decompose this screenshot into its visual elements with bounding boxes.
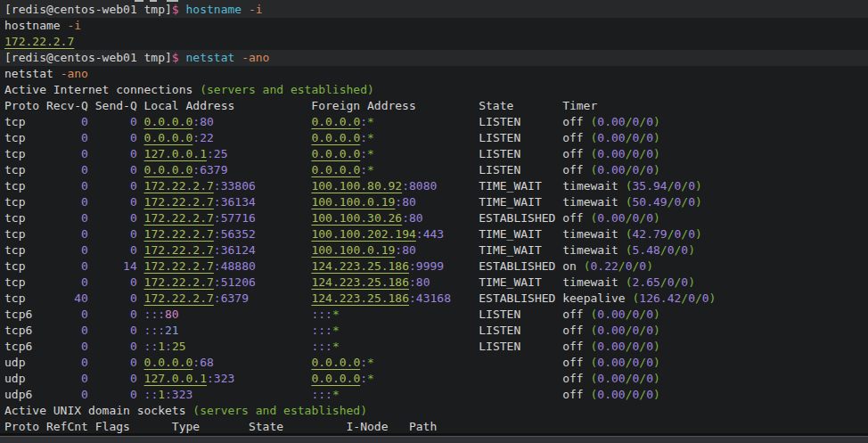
- internet-connections-heading: Active Internet connections (servers and…: [0, 82, 868, 98]
- conn-row-tcp6-80: tcp6 0 0 :::80 :::* LISTEN off (0.00/0/0…: [0, 307, 868, 323]
- foreign-ip: 100.100.202.194: [311, 227, 415, 241]
- text-segment: /: [626, 147, 633, 160]
- text-segment: [88, 195, 130, 209]
- local-ip: 172.22.2.7: [144, 227, 214, 241]
- timer-mode: off: [562, 388, 583, 401]
- proto: tcp6: [4, 324, 32, 337]
- text-segment: 0: [646, 115, 653, 128]
- text-segment: [179, 308, 312, 321]
- proto: tcp: [4, 243, 25, 257]
- text-segment: 42.79: [633, 227, 667, 241]
- recv-q: 0: [81, 259, 88, 273]
- text-segment: [137, 131, 144, 144]
- text-segment: /: [639, 308, 646, 321]
- state: TIME_WAIT: [479, 275, 541, 289]
- local-port: 80: [165, 308, 179, 321]
- local-ip: 0.0.0.0: [144, 356, 193, 369]
- foreign-ip: 124.223.25.186: [311, 259, 409, 273]
- unix-sockets-heading: Active UNIX domain sockets (servers and …: [0, 403, 868, 419]
- text-segment: [32, 324, 81, 337]
- foreign-ip: :::: [311, 308, 332, 321]
- text-segment: [340, 308, 479, 321]
- text-segment: ): [653, 388, 660, 401]
- text-segment: [340, 340, 479, 353]
- prompt-line-netstat: [redis@centos-web01 tmp]$ netstat -ano: [0, 50, 868, 66]
- local-ip: 172.22.2.7: [144, 259, 214, 273]
- text-segment: 0.00: [597, 131, 625, 144]
- timer-mode: timewait: [562, 275, 618, 289]
- text-segment: [584, 163, 591, 176]
- state: TIME_WAIT: [479, 227, 541, 241]
- text-segment: [25, 356, 81, 369]
- foreign-ip: :::: [311, 324, 332, 337]
- text-segment: [228, 147, 312, 160]
- terminal-output[interactable]: [redis@centos-web01 tmp]$ hostname -ihos…: [0, 2, 868, 435]
- command-arg: -ano: [242, 51, 269, 64]
- text-segment: :: [360, 147, 367, 160]
- conn-row-udp-323: udp 0 0 127.0.0.1:323 0.0.0.0:* off (0.0…: [0, 371, 868, 387]
- text-segment: /: [639, 340, 646, 353]
- conn-row-tcp-6379-established: tcp 40 0 172.22.2.7:6379 124.223.25.186:…: [0, 291, 868, 307]
- proto: tcp: [4, 211, 25, 225]
- conn-row-tcp-36134: tcp 0 0 172.22.2.7:36134 100.100.0.19:80…: [0, 194, 868, 210]
- text-segment: 0.00: [597, 163, 625, 176]
- command-name: hostname: [186, 3, 242, 16]
- conn-row-tcp-80: tcp 0 0 0.0.0.0:80 0.0.0.0:* LISTEN off …: [0, 114, 868, 130]
- foreign-ip: :::: [311, 340, 332, 353]
- text-segment: [137, 163, 144, 176]
- proto: tcp: [4, 179, 25, 193]
- text-segment: [137, 259, 144, 273]
- text-segment: [584, 356, 591, 369]
- text-segment: [626, 291, 633, 305]
- local-ip: 0.0.0.0: [144, 115, 193, 128]
- text-segment: /: [626, 324, 633, 337]
- proto: tcp6: [4, 340, 32, 353]
- timer-mode: off: [562, 324, 583, 337]
- conn-row-tcp-51206: tcp 0 0 172.22.2.7:51206 124.223.25.186:…: [0, 275, 868, 291]
- text-segment: /: [639, 211, 646, 225]
- state: LISTEN: [479, 324, 520, 337]
- text-segment: [374, 131, 479, 144]
- local-ip: ::: [144, 388, 159, 401]
- text-segment: 0: [646, 163, 653, 176]
- local-port: :323: [207, 372, 234, 385]
- text-segment: [32, 308, 81, 321]
- recv-q: 0: [81, 275, 88, 289]
- text-segment: ): [653, 340, 660, 353]
- text-segment: 0.00: [597, 324, 625, 337]
- timer-mode: timewait: [562, 227, 618, 241]
- text-segment: ): [653, 147, 660, 160]
- text-segment: [542, 243, 562, 257]
- text-segment: (servers and established): [200, 83, 374, 96]
- text-segment: [214, 131, 312, 144]
- text-segment: [618, 179, 626, 193]
- text-segment: /: [660, 243, 667, 257]
- foreign-port: *: [332, 340, 340, 353]
- text-segment: [242, 3, 249, 16]
- text-segment: [234, 51, 242, 64]
- text-segment: /: [681, 195, 688, 209]
- pane-divider: [0, 436, 868, 443]
- recv-q: 0: [81, 131, 88, 144]
- proto: tcp6: [4, 308, 32, 321]
- foreign-ip: 0.0.0.0: [311, 163, 360, 176]
- text-segment: /: [681, 291, 688, 305]
- recv-q: 0: [81, 195, 88, 209]
- local-port: 21: [165, 324, 179, 337]
- text-segment: (: [584, 259, 591, 273]
- text-segment: ): [688, 275, 695, 289]
- text-segment: [584, 388, 591, 401]
- text-segment: [179, 51, 186, 64]
- text-segment: 50.49: [633, 195, 667, 209]
- text-segment: [256, 275, 312, 289]
- text-segment: [256, 259, 312, 273]
- proto: tcp: [4, 147, 25, 160]
- text-segment: [25, 115, 81, 128]
- timer-mode: off: [562, 211, 583, 225]
- text-segment: 1: [158, 340, 165, 353]
- text-segment: [618, 243, 626, 257]
- local-ip: ::: [144, 340, 159, 353]
- text-segment: [542, 227, 562, 241]
- local-port: :57716: [214, 211, 256, 225]
- conn-row-udp-68: udp 0 0 0.0.0.0:68 0.0.0.0:* off (0.00/0…: [0, 355, 868, 371]
